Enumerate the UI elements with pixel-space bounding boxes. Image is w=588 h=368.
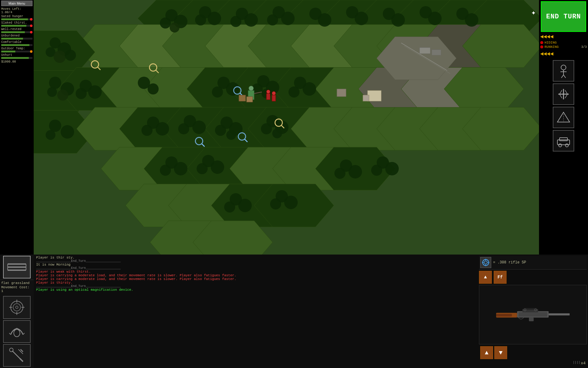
map-svg[interactable] [34, 0, 539, 255]
svg-point-187 [16, 306, 18, 309]
log-entry-2: It is now Morning [36, 263, 475, 266]
temp-label: Outdoor Temp: [1, 47, 32, 51]
svg-line-197 [20, 358, 23, 362]
strength-button[interactable] [3, 320, 31, 343]
ammo-count: x4 [581, 361, 586, 366]
burden-stat: Unburdened [1, 34, 32, 40]
scope-icon [480, 257, 491, 268]
aim-button[interactable] [3, 296, 31, 319]
comfort-bar [1, 44, 29, 46]
svg-point-97 [226, 82, 239, 96]
log-area[interactable]: Player is thir sty. ___________________E… [34, 255, 478, 368]
svg-point-70 [160, 17, 171, 29]
end-turn-button[interactable]: END TURN [541, 1, 586, 32]
weapon-controls: ▲ Ff [479, 271, 587, 284]
thirst-stat: Slaked thirst. [1, 21, 32, 27]
svg-point-196 [9, 348, 13, 352]
svg-point-64 [57, 90, 68, 101]
svg-point-77 [230, 16, 241, 27]
right-panel: ✦ END TURN ◄◄◄◄ HIDING RUNNING 3/3 ◄◄◄◄ [539, 0, 588, 255]
svg-line-170 [561, 75, 564, 78]
map-area[interactable] [34, 0, 539, 255]
svg-point-128 [334, 168, 345, 179]
vehicle-button[interactable] [553, 130, 574, 151]
running-count: 3/3 [581, 45, 587, 49]
svg-rect-166 [337, 89, 346, 97]
hunger-bar [1, 18, 28, 20]
temp-bar [1, 51, 15, 52]
svg-rect-207 [496, 314, 512, 316]
svg-point-60 [65, 50, 76, 61]
svg-point-111 [178, 123, 189, 134]
character-button[interactable] [553, 60, 574, 82]
hiding-row: HIDING [540, 40, 587, 45]
log-separator-2: ___________________End_Turn_____________… [36, 266, 475, 270]
weapon-select-up-button[interactable]: ▲ [480, 346, 493, 359]
svg-rect-155 [266, 94, 270, 100]
svg-rect-164 [368, 90, 381, 101]
running-row: RUNNING 3/3 [540, 45, 587, 49]
moves-left-row: Moves Left: 1.00/4 [1, 7, 32, 14]
health-label: Unhurt [1, 53, 32, 57]
rest-label: Well-rested [1, 27, 32, 31]
thirst-bar-container [1, 25, 32, 27]
log-entry-1: Player is thir sty. [36, 256, 475, 259]
svg-point-105 [288, 86, 300, 98]
money-label: $1000.00 [1, 60, 32, 63]
svg-point-131 [371, 165, 382, 176]
tools-button[interactable] [3, 344, 31, 367]
sun-icon: ✦ [531, 8, 536, 17]
svg-point-84 [355, 12, 368, 25]
svg-marker-174 [557, 112, 570, 122]
svg-point-86 [391, 13, 405, 27]
svg-point-201 [484, 261, 487, 264]
camp-button[interactable] [553, 107, 574, 128]
svg-point-121 [174, 162, 187, 175]
weapon-select-down-button[interactable]: ▼ [494, 346, 507, 359]
temp-dot [30, 50, 32, 53]
svg-point-93 [76, 88, 87, 99]
weapon-up-button[interactable]: ▲ [479, 271, 492, 284]
right-panel-icons [539, 60, 588, 151]
svg-point-108 [141, 125, 153, 136]
rest-bar-container [1, 31, 32, 33]
svg-line-171 [564, 75, 566, 78]
bottom-area: flat grassland Movement Cost: 1 [0, 255, 588, 368]
svg-point-178 [559, 144, 562, 147]
svg-point-61 [49, 77, 61, 89]
medical-button[interactable] [553, 83, 574, 105]
svg-point-73 [208, 12, 221, 25]
svg-point-158 [272, 91, 276, 95]
ammo-type-label: = .308 rifle SP [493, 260, 526, 265]
svg-point-122 [160, 165, 171, 176]
comfort-bar-container [1, 44, 32, 46]
svg-point-186 [13, 304, 21, 311]
ammo-count-row: |||| x4 [479, 360, 587, 367]
health-bar-container [1, 57, 32, 59]
svg-point-74 [195, 14, 206, 25]
svg-rect-209 [518, 312, 547, 316]
svg-point-124 [211, 160, 224, 174]
svg-point-114 [215, 125, 226, 136]
svg-point-66 [61, 125, 74, 139]
movement-mode-button[interactable] [3, 256, 31, 278]
temp-stat: Outdoor Temp: [1, 47, 32, 52]
weapon-arrows: ▲ ▼ [479, 346, 587, 360]
terrain-name: flat grassland [1, 281, 32, 285]
svg-point-127 [349, 165, 362, 178]
ff-button[interactable]: Ff [494, 271, 507, 284]
burden-bar [1, 38, 23, 40]
main-menu-button[interactable]: Main Menu [1, 1, 32, 6]
hunger-stat: Sated hunger [1, 14, 32, 20]
hunger-label: Sated hunger [1, 14, 32, 18]
moves-arrows-left: ◄◄◄◄ [539, 34, 553, 40]
weapon-image-area [479, 285, 587, 344]
svg-point-76 [244, 13, 258, 27]
health-bar [1, 57, 29, 59]
log-separator-1: ___________________End_Turn_____________… [36, 259, 475, 263]
running-label: RUNNING [545, 45, 559, 49]
svg-point-59 [54, 51, 66, 63]
right-hud: = .308 rifle SP ▲ Ff [478, 255, 588, 368]
svg-line-193 [9, 333, 11, 335]
svg-point-156 [266, 90, 270, 94]
